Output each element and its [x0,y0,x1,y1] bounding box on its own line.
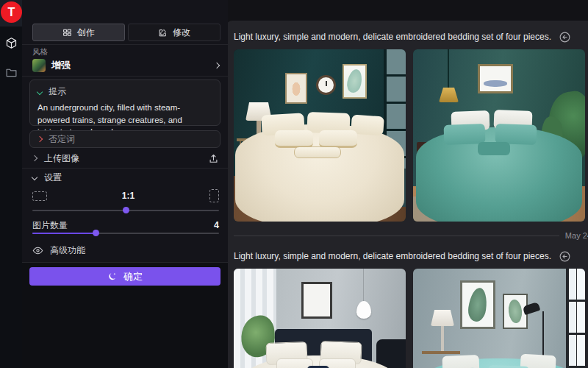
chevron-down-icon [32,174,37,180]
upload-image-row[interactable]: 上传图像 [32,151,219,166]
results-panel: Light luxury, simple and modern, delicat… [226,21,588,368]
generation-panel: 创作 修改 风格 增强 提示 An underground [22,0,228,368]
divider [22,262,228,263]
generated-image-3[interactable] [234,269,406,368]
confirm-label: 确定 [123,270,143,283]
tab-modify-label: 修改 [173,26,190,39]
divider [22,76,228,77]
aspect-ratio-slider[interactable] [32,207,219,213]
style-value: 增强 [51,59,71,72]
chevron-right-icon[interactable] [37,136,43,142]
portrait-ratio-icon[interactable] [209,189,219,202]
edit-icon [158,28,168,38]
generated-image-1[interactable] [234,49,406,222]
chevron-right-icon [214,63,220,68]
slider-thumb[interactable] [123,207,129,213]
result-prompt-text: Light luxury, simple and modern, delicat… [234,251,551,261]
folder-icon[interactable] [4,66,18,79]
image-row [234,269,588,368]
aspect-ratio-row: 1:1 [32,188,219,203]
date-label: May 24, [565,231,588,240]
upload-icon[interactable] [208,153,219,164]
result-prompt-text: Light luxury, simple and modern, delicat… [234,32,551,42]
reuse-prompt-icon[interactable] [559,31,571,43]
generated-image-2[interactable] [413,49,585,222]
slider-thumb[interactable] [93,230,99,236]
divider [22,44,228,45]
mode-tabs: 创作 修改 [32,24,220,41]
image-count-row: 图片数量 4 [32,220,219,230]
brand-avatar[interactable]: T [1,1,22,23]
advanced-features-row[interactable]: 高级功能 [32,244,219,256]
landscape-ratio-icon[interactable] [32,191,47,201]
app-window: T 创作 [0,0,588,368]
slider-fill [32,233,96,234]
reuse-prompt-icon[interactable] [559,250,571,263]
style-section-label: 风格 [32,47,48,57]
style-thumbnail [32,59,46,72]
grid-icon [62,28,72,38]
nav-rail: T [0,0,22,368]
tab-create-label: 创作 [77,26,95,39]
eye-icon [32,245,43,256]
settings-section-toggle[interactable]: 设置 [32,171,219,183]
prompt-label: 提示 [49,85,66,98]
chevron-down-icon[interactable] [37,88,43,94]
separator-line [234,236,559,236]
generated-image-4[interactable] [413,269,585,368]
moon-icon [107,272,118,282]
advanced-label: 高级功能 [50,244,85,257]
style-selector[interactable]: 增强 [32,57,219,74]
prompt-card[interactable]: 提示 An underground city, filled with stea… [29,79,220,126]
negative-prompt-card[interactable]: 否定词 [29,130,220,148]
settings-label: 设置 [44,171,62,184]
tab-modify[interactable]: 修改 [128,24,220,41]
negative-label: 否定词 [49,133,75,146]
date-separator: May 24, [234,230,588,241]
aspect-ratio-value: 1:1 [47,191,209,201]
image-count-slider[interactable] [32,230,219,236]
image-row [234,49,588,222]
result-group-header: Light luxury, simple and modern, delicat… [234,247,588,266]
confirm-button[interactable]: 确定 [29,267,220,286]
chevron-right-icon [32,155,37,161]
image-count-value: 4 [214,220,219,230]
cube-icon[interactable] [4,36,18,49]
tab-create[interactable]: 创作 [32,24,125,41]
upload-label: 上传图像 [44,152,79,165]
divider [22,168,228,169]
result-group-header: Light luxury, simple and modern, delicat… [234,27,588,46]
